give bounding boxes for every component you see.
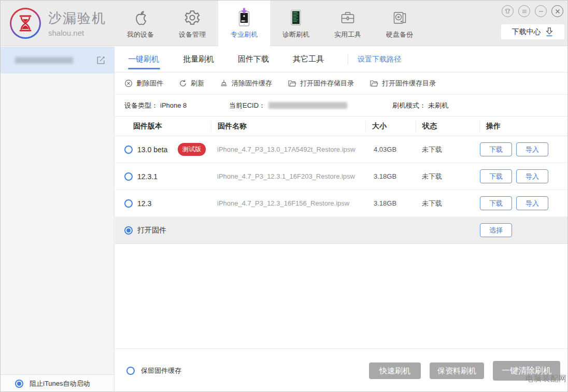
folder-open-icon <box>370 79 378 88</box>
theme-skin-button[interactable] <box>502 5 514 17</box>
flash-mode-label: 刷机模式： <box>392 101 426 110</box>
firmware-filename: iPhone_4.7_P3_12.3.1_16F203_Restore.ipsw <box>211 172 365 180</box>
firmware-status: 未下载 <box>416 172 479 181</box>
version-cell: 12.3.1 <box>115 172 211 181</box>
tab-label: 一键刷机 <box>128 54 159 64</box>
import-button[interactable]: 导入 <box>516 142 548 156</box>
nav-disk-backup[interactable]: 硬盘备份 <box>374 1 425 46</box>
firmware-filename: iPhone_4.7_P3_13.0_17A5492t_Restore.ipsw <box>211 146 365 153</box>
minimize-button[interactable] <box>535 5 547 17</box>
menu-button[interactable] <box>518 5 530 17</box>
app-subtitle: shalou.net <box>48 28 106 37</box>
close-button[interactable] <box>551 5 563 17</box>
firmware-toolbar: 删除固件 刷新 清除固 <box>115 72 568 95</box>
col-size-header: 大小 <box>365 121 416 132</box>
choose-firmware-button[interactable]: 选择 <box>480 223 512 237</box>
download-center-button[interactable]: 下载中心 <box>501 24 564 39</box>
toolbox-icon <box>338 7 357 28</box>
watermark: 电脑装配网 <box>526 374 567 384</box>
tool-label: 打开固件缓存目录 <box>382 79 436 88</box>
nav-label: 专业刷机 <box>231 30 258 39</box>
delete-firmware-button[interactable]: 删除固件 <box>124 79 163 88</box>
firmware-size: 4.03GB <box>365 146 416 153</box>
main-panel: 一键刷机 批量刷机 固件下载 其它工具 设置下载路径 删除固件 <box>115 47 568 392</box>
import-button[interactable]: 导入 <box>516 169 548 183</box>
tab-batch-flash[interactable]: 批量刷机 <box>183 47 238 72</box>
disk-backup-icon <box>390 7 409 28</box>
firmware-radio[interactable] <box>124 146 133 154</box>
quick-flash-button[interactable]: 快速刷机 <box>369 362 421 379</box>
refresh-button[interactable]: 刷新 <box>179 79 204 88</box>
tab-label: 其它工具 <box>293 54 324 64</box>
firmware-version: 13.0 beta <box>137 146 167 154</box>
sidebar-device-item[interactable] <box>1 47 114 74</box>
tab-firmware-download[interactable]: 固件下载 <box>238 47 293 72</box>
firmware-row: 13.0 beta 测试版 iPhone_4.7_P3_13.0_17A5492… <box>115 136 568 163</box>
nav-label: 硬盘备份 <box>386 30 413 39</box>
download-button[interactable]: 下载 <box>480 169 512 183</box>
nav-my-devices[interactable]: 我的设备 <box>115 1 166 46</box>
tool-label: 刷新 <box>191 79 204 88</box>
firmware-filename: iPhone_4.7_P3_12.3_16F156_Restore.ipsw <box>211 199 365 207</box>
actions-cell: 下载 导入 <box>479 169 568 183</box>
firmware-version: 12.3 <box>137 199 151 208</box>
sidebar-bottom-option[interactable]: 阻止iTunes自动启动 <box>1 374 114 392</box>
broom-icon <box>220 79 228 88</box>
firmware-radio[interactable] <box>124 199 133 208</box>
tool-label: 删除固件 <box>136 79 163 88</box>
gear-icon <box>183 7 201 28</box>
firmware-table-header: 固件版本 固件名称 大小 状态 操作 <box>115 117 568 136</box>
flash-action-bar: 保留固件缓存 快速刷机 保资料刷机 一键清除刷机 <box>115 349 568 392</box>
nav-label: 诊断刷机 <box>282 30 309 39</box>
col-version-header: 固件版本 <box>115 121 211 132</box>
download-button[interactable]: 下载 <box>480 142 512 156</box>
actions-cell: 选择 <box>479 223 568 237</box>
apple-icon <box>132 7 149 28</box>
col-actions-header: 操作 <box>479 121 568 132</box>
brand: 沙漏验机 shalou.net <box>10 8 106 39</box>
open-firmware-cell: 打开固件 <box>115 226 211 235</box>
firmware-size: 3.18GB <box>365 199 416 207</box>
diagnostic-device-icon <box>287 7 305 28</box>
device-type-value: iPhone 8 <box>160 101 187 109</box>
flash-mode-value: 未刷机 <box>428 101 448 110</box>
edit-device-name-icon[interactable] <box>96 55 106 65</box>
open-firmware-row: 打开固件 选择 <box>115 217 568 244</box>
block-itunes-label: 阻止iTunes自动启动 <box>30 379 90 388</box>
device-type-group: 设备类型： iPhone 8 <box>124 101 229 110</box>
import-button[interactable]: 导入 <box>516 196 548 210</box>
ecid-label: 当前ECID： <box>229 101 265 110</box>
open-firmware-storage-dir-button[interactable]: 打开固件存储目录 <box>288 79 354 88</box>
flash-mode-group: 刷机模式： 未刷机 <box>392 101 448 110</box>
tab-one-key-flash[interactable]: 一键刷机 <box>128 47 183 72</box>
download-button[interactable]: 下载 <box>480 196 512 210</box>
firmware-version: 12.3.1 <box>137 172 158 181</box>
clear-firmware-cache-button[interactable]: 清除固件缓存 <box>220 79 272 88</box>
nav-label: 实用工具 <box>334 30 361 39</box>
hourglass-logo-icon <box>10 8 41 39</box>
open-firmware-radio[interactable] <box>124 226 133 235</box>
brand-text: 沙漏验机 shalou.net <box>48 9 106 37</box>
ecid-value-redacted <box>268 102 347 109</box>
flash-device-icon <box>235 7 253 28</box>
nav-device-management[interactable]: 设备管理 <box>166 1 218 46</box>
beta-badge: 测试版 <box>178 143 206 156</box>
keep-data-flash-button[interactable]: 保资料刷机 <box>430 362 484 379</box>
tab-bar: 一键刷机 批量刷机 固件下载 其它工具 设置下载路径 <box>115 47 568 72</box>
block-itunes-radio[interactable] <box>15 380 23 388</box>
keep-cache-radio[interactable] <box>126 367 135 375</box>
firmware-row: 12.3.1 iPhone_4.7_P3_12.3.1_16F203_Resto… <box>115 163 568 190</box>
download-center-label: 下载中心 <box>512 27 541 37</box>
firmware-radio[interactable] <box>124 172 133 181</box>
tab-other-tools[interactable]: 其它工具 <box>293 47 348 72</box>
nav-utilities[interactable]: 实用工具 <box>322 1 374 46</box>
actions-cell: 下载 导入 <box>479 142 568 156</box>
set-download-path-label: 设置下载路径 <box>358 55 401 64</box>
nav-pro-flash[interactable]: 专业刷机 <box>218 1 270 46</box>
nav-diagnostic-flash[interactable]: 诊断刷机 <box>270 1 322 46</box>
open-firmware-cache-dir-button[interactable]: 打开固件缓存目录 <box>370 79 436 88</box>
set-download-path-link[interactable]: 设置下载路径 <box>348 54 401 65</box>
tool-label: 清除固件缓存 <box>232 79 272 88</box>
device-name-redacted <box>15 57 73 64</box>
actions-cell: 下载 导入 <box>479 196 568 210</box>
